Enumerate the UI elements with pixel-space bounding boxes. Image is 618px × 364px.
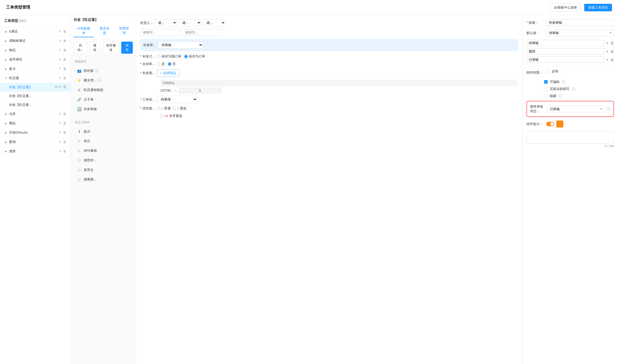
template-center-button[interactable]: 从模板中心选择	[550, 4, 581, 12]
fill-input-2[interactable]	[182, 29, 223, 36]
save-button[interactable]: 保存	[121, 42, 133, 54]
buyer-fill-checkbox[interactable]	[544, 87, 548, 91]
option-add-icon-3[interactable]: +	[606, 57, 608, 62]
comp-nps[interactable]: ☆ NPS量表	[73, 146, 134, 155]
edit-icon[interactable]: ✎	[59, 39, 61, 43]
comp-fuzi[interactable]: 🔗 父子单	[73, 95, 134, 104]
comp-qingni[interactable]: □ 请您对...	[73, 156, 134, 165]
title-input[interactable]	[546, 19, 614, 26]
tab-permissions[interactable]: 权限管理	[115, 25, 133, 37]
editable-info-icon[interactable]: ⓘ	[562, 80, 566, 84]
edit-icon[interactable]: ✎	[59, 149, 61, 153]
edit-icon[interactable]: ✎	[59, 48, 61, 52]
radio-order[interactable]: 保存为订单	[184, 54, 205, 59]
sidebar-item-tan[interactable]: ▶ 谭晓林测试 ✎ 🗑	[0, 36, 70, 46]
edit-icon[interactable]: ✎	[59, 131, 61, 134]
sidebar-item-wuliu[interactable]: ▶ 物流 ✎ 🗑	[0, 46, 70, 55]
option-del-icon-1[interactable]: 🗑	[610, 41, 614, 45]
cancel-edit-button[interactable]: 放弃修改	[103, 42, 119, 54]
comp-wdt-smart[interactable]: 旺 旺店通智能组	[73, 85, 134, 95]
copy-icon[interactable]: ⧉	[55, 85, 57, 89]
delete-icon[interactable]: 🗑	[63, 131, 66, 134]
delete-icon[interactable]: 🗑	[63, 112, 66, 116]
fill-input-1[interactable]	[140, 29, 180, 36]
sidebar-item-cangku[interactable]: ▶ 仓库 ✎ 🗑	[0, 109, 70, 119]
option-input-1[interactable]	[527, 40, 604, 46]
tab-more-settings[interactable]: 更多设置	[96, 25, 113, 37]
delete-icon[interactable]: 🗑	[63, 122, 66, 125]
sidebar-subitem-bufa1[interactable]: 补发【旺店通】 ⧉ ✎ 🗑	[0, 83, 70, 92]
radio-prebook[interactable]: 保存为预订单	[157, 54, 181, 59]
radio-yes[interactable]: 是	[157, 62, 165, 66]
edit-icon[interactable]: ✎	[59, 30, 61, 33]
priority-urgent-item[interactable]: ‼ 紧急	[173, 106, 187, 111]
edit-icon[interactable]: ✎	[59, 76, 61, 80]
final-status-info-icon[interactable]: ⓘ	[606, 107, 610, 111]
delete-icon[interactable]: 🗑	[63, 67, 66, 71]
order-status-select[interactable]: 待受理	[157, 96, 197, 103]
receiver-select-2[interactable]: 请...	[178, 19, 201, 26]
option-del-icon-3[interactable]: 🗑	[610, 58, 614, 62]
final-status-select[interactable]: 已审核	[547, 106, 604, 112]
comp-fahuo[interactable]: □ 发货仓	[73, 165, 134, 174]
edit-icon[interactable]: ✎	[59, 58, 61, 61]
edit-icon[interactable]: ✎	[59, 85, 61, 89]
edit-icon[interactable]: ✎	[59, 112, 61, 116]
delete-icon[interactable]: 🗑	[63, 58, 66, 61]
option-input-2[interactable]	[527, 48, 604, 54]
info-icon[interactable]: ⓘ	[95, 69, 99, 73]
sidebar-item-anli[interactable]: ▶ 案例 ✎ 🗑	[0, 137, 70, 147]
tips-textarea[interactable]	[527, 131, 614, 144]
product-remove-icon[interactable]: ×	[175, 89, 177, 93]
delete-icon[interactable]: 🗑	[63, 39, 66, 43]
sidebar-item-kaifang[interactable]: ▶ 开放OHnuSc ✎ 🗑	[0, 128, 70, 137]
option-add-icon-2[interactable]: +	[606, 49, 608, 54]
sidebar-item-beizhu[interactable]: ▶ 备注 ✎ 🗑	[0, 64, 70, 74]
auto-button[interactable]: 自动...	[74, 42, 87, 54]
comp-fenpan[interactable]: ☆ 评分	[73, 137, 134, 146]
radio-no[interactable]: 否	[168, 62, 176, 66]
default-value-select[interactable]: 待审核	[546, 29, 614, 36]
new-ticket-type-button[interactable]: 新建工单类型	[584, 4, 612, 11]
buyer-fill-info-icon[interactable]: ⓘ	[571, 87, 575, 91]
editable-checkbox[interactable]: ✓	[544, 80, 548, 84]
tab-ai-build[interactable]: AI智能建单	[74, 25, 94, 37]
tips-color-swatch[interactable]	[556, 120, 563, 128]
edit-icon[interactable]: ✎	[59, 122, 61, 125]
priority-normal-item[interactable]: ‼ 普通	[157, 106, 171, 111]
comp-bushen[interactable]: 🔄 补发审核	[73, 105, 134, 114]
hide-checkbox[interactable]	[544, 94, 548, 98]
comp-qundui[interactable]: 👥 群对接 ⓘ	[73, 66, 134, 75]
option-del-icon-2[interactable]: 🗑	[610, 49, 614, 53]
comp-tishi[interactable]: ℹ 提示	[73, 127, 134, 136]
tips-toggle[interactable]	[546, 122, 554, 126]
option-input-3[interactable]	[527, 56, 604, 63]
comp-jushu[interactable]: ⚡ 聚水潭... ⓘ	[73, 76, 134, 85]
delete-icon[interactable]: 🗑	[63, 140, 66, 144]
add-product-button[interactable]: + 选择商品	[157, 69, 179, 77]
edit-icon[interactable]: ✎	[59, 140, 61, 144]
delete-icon[interactable]: 🗑	[63, 149, 66, 153]
hide-info-icon[interactable]: ⓘ	[558, 94, 562, 98]
bufa-audit-select[interactable]: 待审核	[158, 41, 203, 49]
product-qty-input[interactable]	[179, 88, 221, 93]
sidebar-subitem-bufa3[interactable]: 补发【旺店通...	[0, 101, 70, 109]
sidebar-item-xun[interactable]: ▶ 淑萍测试 ✎ 🗑	[0, 55, 70, 64]
info-icon[interactable]: ⓘ	[97, 78, 101, 82]
delete-icon[interactable]: 🗑	[63, 30, 66, 33]
delete-icon[interactable]: 🗑	[63, 85, 66, 89]
receiver-select-3[interactable]: 请...	[203, 19, 225, 26]
edit-icon[interactable]: ✎	[59, 67, 61, 71]
sidebar-subitem-bufa2[interactable]: 补发【旺店通...	[0, 92, 70, 101]
sidebar-item-jiulei[interactable]: ▶ 酒类 ✎ 🗑	[0, 147, 70, 156]
delete-icon[interactable]: 🗑	[63, 48, 66, 52]
delete-icon[interactable]: 🗑	[63, 76, 66, 80]
sidebar-item-tr[interactable]: ▶ tr测试 ✎ 🗑	[0, 27, 70, 36]
required-checkbox[interactable]	[546, 70, 550, 73]
comp-ceshi[interactable]: □ 测测测...	[73, 175, 134, 184]
sidebar-item-wdt[interactable]: ▼ 旺店通 ✎ 🗑	[0, 74, 70, 83]
edit-button[interactable]: 修改	[89, 42, 101, 54]
receiver-select-1[interactable]: 请...	[154, 19, 177, 26]
option-add-icon-1[interactable]: +	[606, 41, 608, 45]
sidebar-item-zengpin[interactable]: ▶ 赠品 ✎ 🗑	[0, 119, 70, 128]
